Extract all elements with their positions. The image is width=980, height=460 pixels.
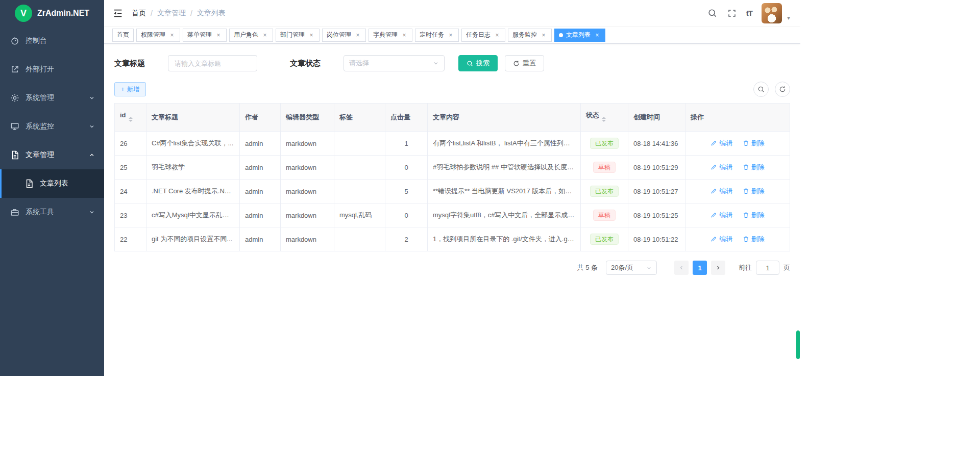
- close-icon[interactable]: ×: [308, 32, 315, 39]
- edit-link[interactable]: 编辑: [710, 235, 732, 244]
- goto-label: 前往: [739, 263, 752, 272]
- tab-label: 字典管理: [373, 31, 398, 39]
- tags-view: 首页 权限管理 × 菜单管理 × 用户角色 × 部门管理 × 岗位管理 ×: [104, 27, 800, 44]
- gear-icon: [10, 93, 19, 103]
- article-status-select[interactable]: 请选择: [344, 55, 445, 71]
- tab-user-role[interactable]: 用户角色 ×: [229, 29, 273, 42]
- breadcrumb-article-mgmt[interactable]: 文章管理: [157, 9, 186, 18]
- page-size-value: 20条/页: [611, 263, 633, 272]
- close-icon[interactable]: ×: [594, 32, 601, 39]
- font-size-icon[interactable]: tT: [746, 9, 752, 17]
- sidebar-item-label: 系统监控: [26, 122, 54, 131]
- tab-label: 文章列表: [566, 31, 591, 39]
- add-button[interactable]: + 新增: [114, 82, 146, 96]
- sort-icon[interactable]: [602, 115, 606, 124]
- logo[interactable]: V ZrAdmin.NET: [0, 0, 104, 27]
- close-icon[interactable]: ×: [540, 32, 547, 39]
- plus-icon: +: [121, 86, 125, 93]
- breadcrumb: 首页 / 文章管理 / 文章列表: [132, 9, 226, 18]
- close-icon[interactable]: ×: [215, 32, 222, 39]
- delete-link[interactable]: 删除: [743, 187, 765, 196]
- close-icon[interactable]: ×: [168, 32, 176, 39]
- prev-page-button[interactable]: [674, 261, 689, 275]
- tab-dict-mgmt[interactable]: 字典管理 ×: [369, 29, 412, 42]
- tab-label: 菜单管理: [187, 31, 212, 39]
- col-actions: 操作: [685, 104, 790, 132]
- collapse-sidebar-icon[interactable]: [112, 8, 124, 19]
- close-icon[interactable]: ×: [401, 32, 408, 39]
- breadcrumb-article-list: 文章列表: [197, 9, 226, 18]
- sidebar-item-external-open[interactable]: 外部打开: [0, 55, 104, 84]
- close-icon[interactable]: ×: [447, 32, 454, 39]
- col-editor-type: 编辑器类型: [281, 104, 334, 132]
- edit-link[interactable]: 编辑: [710, 163, 732, 172]
- chevron-down-icon: [433, 60, 439, 66]
- sort-icon[interactable]: [129, 115, 133, 124]
- edit-link[interactable]: 编辑: [710, 139, 732, 148]
- tab-article-list[interactable]: 文章列表 ×: [554, 29, 605, 42]
- select-placeholder: 请选择: [349, 59, 369, 68]
- delete-link[interactable]: 删除: [743, 163, 765, 172]
- breadcrumb-separator: /: [190, 9, 192, 17]
- tab-menu-mgmt[interactable]: 菜单管理 ×: [183, 29, 227, 42]
- goto-page-input[interactable]: [756, 261, 779, 275]
- page-size-select[interactable]: 20条/页: [606, 261, 657, 275]
- tab-label: 任务日志: [466, 31, 491, 39]
- sidebar-item-label: 文章列表: [40, 179, 68, 188]
- sidebar-item-label: 外部打开: [26, 65, 54, 74]
- sidebar-item-system-monitor[interactable]: 系统监控: [0, 112, 104, 141]
- sidebar-item-article-list[interactable]: 文章列表: [0, 169, 104, 198]
- tab-service-monitor[interactable]: 服务监控 ×: [508, 29, 552, 42]
- table-header-row: id 文章标题 作者 编辑器类型 标签 点击量 文章内容 状态 创建时间 操作: [115, 104, 790, 132]
- filter-form: 文章标题 文章状态 请选择 搜索 重置: [114, 55, 790, 71]
- status-badge: 已发布: [590, 186, 619, 197]
- refresh-table-button[interactable]: [775, 82, 790, 97]
- tab-post-mgmt[interactable]: 岗位管理 ×: [322, 29, 366, 42]
- document-icon: [24, 179, 34, 188]
- user-menu-caret-icon[interactable]: ▾: [787, 14, 790, 23]
- tab-dept-mgmt[interactable]: 部门管理 ×: [276, 29, 320, 42]
- table-toolbar: + 新增: [114, 82, 790, 97]
- delete-link[interactable]: 删除: [743, 235, 765, 244]
- chevron-down-icon: [89, 95, 95, 101]
- search-icon[interactable]: [707, 8, 718, 18]
- reset-button-label: 重置: [523, 59, 536, 68]
- tab-permission-mgmt[interactable]: 权限管理 ×: [136, 29, 180, 42]
- sidebar-item-system-tools[interactable]: 系统工具: [0, 198, 104, 226]
- col-created: 创建时间: [628, 104, 685, 132]
- edit-link[interactable]: 编辑: [710, 187, 732, 196]
- col-id[interactable]: id: [115, 104, 146, 132]
- next-page-button[interactable]: [711, 261, 725, 275]
- fullscreen-icon[interactable]: [727, 8, 737, 18]
- close-icon[interactable]: ×: [354, 32, 361, 39]
- status-badge: 草稿: [593, 162, 616, 173]
- col-status[interactable]: 状态: [581, 104, 628, 132]
- search-button[interactable]: 搜索: [458, 55, 498, 71]
- sidebar-item-article-mgmt[interactable]: 文章管理: [0, 141, 104, 169]
- breadcrumb-home[interactable]: 首页: [132, 9, 146, 18]
- tab-home[interactable]: 首页: [112, 29, 134, 42]
- tab-label: 部门管理: [280, 31, 305, 39]
- delete-link[interactable]: 删除: [743, 139, 765, 148]
- chevron-down-icon: [89, 209, 95, 215]
- page-number-1[interactable]: 1: [693, 261, 707, 275]
- topbar: 首页 / 文章管理 / 文章列表 tT ▾: [104, 0, 800, 27]
- delete-link[interactable]: 删除: [743, 211, 765, 220]
- scrollbar-thumb[interactable]: [796, 330, 800, 359]
- sidebar-item-dashboard[interactable]: 控制台: [0, 27, 104, 55]
- close-icon[interactable]: ×: [261, 32, 268, 39]
- tab-scheduled-tasks[interactable]: 定时任务 ×: [415, 29, 459, 42]
- edit-link[interactable]: 编辑: [710, 211, 732, 220]
- reset-button[interactable]: 重置: [505, 55, 544, 71]
- toggle-search-button[interactable]: [753, 82, 769, 97]
- table-row: 24 .NET Core 发布时提示.NET... admin markdown…: [115, 180, 790, 203]
- chevron-up-icon: [89, 152, 95, 158]
- table-row: 22 git 为不同的项目设置不同... admin markdown 2 1，…: [115, 227, 790, 251]
- pagination: 共 5 条 20条/页 1 前往 页: [114, 261, 790, 275]
- close-icon[interactable]: ×: [494, 32, 501, 39]
- breadcrumb-separator: /: [151, 9, 153, 17]
- article-title-input[interactable]: [168, 55, 257, 71]
- user-avatar[interactable]: [762, 3, 782, 23]
- sidebar-item-system-mgmt[interactable]: 系统管理: [0, 84, 104, 112]
- tab-task-logs[interactable]: 任务日志 ×: [461, 29, 505, 42]
